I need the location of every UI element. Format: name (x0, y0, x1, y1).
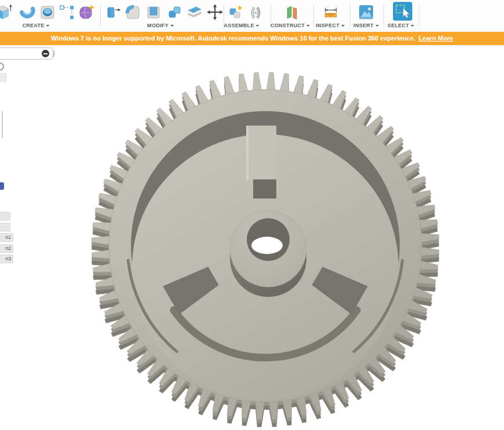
tree-item-fragment (0, 73, 6, 82)
toolbar-group-modify[interactable]: MODIFY (147, 23, 174, 28)
construct-plane-icon[interactable] (283, 3, 301, 21)
joint-icon[interactable] (247, 3, 264, 21)
offset-face-icon[interactable] (186, 3, 203, 21)
group-label: INSPECT (316, 23, 339, 28)
toolbar-group-create[interactable]: CREATE (22, 23, 49, 28)
toolbar-separator (100, 4, 101, 27)
group-label: CONSTRUCT (271, 23, 305, 28)
measure-icon[interactable] (322, 3, 339, 21)
extrude-icon[interactable] (0, 3, 12, 21)
collapse-icon[interactable] (42, 50, 49, 57)
toolbar-group-insert[interactable]: INSERT (353, 23, 379, 28)
model-viewport[interactable] (0, 0, 504, 430)
browser-search-box[interactable] (0, 47, 55, 60)
toolbar: CREATE MODIFY ASSEMBLE CONSTRUCT INSPECT… (0, 0, 504, 32)
chevron-down-icon (411, 25, 414, 27)
chevron-down-icon (170, 25, 174, 27)
browser-row-fragment[interactable]: n1 (0, 233, 13, 242)
hole-icon[interactable] (39, 3, 56, 21)
chevron-down-icon (375, 25, 379, 27)
tree-item-fragment (0, 182, 4, 190)
gear-bore-floor (251, 237, 283, 254)
banner-message: Windows 7 is no longer supported by Micr… (51, 35, 415, 42)
sketch-rectangle-icon[interactable] (58, 3, 75, 21)
toolbar-group-assemble[interactable]: ASSEMBLE (224, 23, 259, 28)
toolbar-group-inspect[interactable]: INSPECT (316, 23, 345, 28)
group-label: ASSEMBLE (224, 23, 254, 28)
revolve-icon[interactable] (19, 3, 36, 21)
browser-row-fragment[interactable] (0, 223, 10, 231)
toolbar-group-select[interactable]: SELECT (388, 23, 414, 28)
panel-resize-handle[interactable] (50, 50, 54, 57)
group-label: SELECT (388, 23, 409, 28)
gear-model[interactable] (92, 72, 439, 427)
browser-row-fragment[interactable] (0, 212, 10, 220)
chevron-down-icon (341, 25, 345, 27)
toolbar-separator (419, 4, 419, 27)
toolbar-separator (313, 4, 314, 27)
browser-row-fragment[interactable]: n2 (0, 244, 13, 253)
warning-banner: Windows 7 is no longer supported by Micr… (0, 32, 504, 45)
gear-key-pocket (253, 179, 276, 199)
group-label: CREATE (22, 23, 44, 28)
press-pull-icon[interactable] (104, 3, 122, 21)
browser-row-fragment[interactable]: n3 (0, 255, 13, 263)
fillet-icon[interactable] (124, 3, 141, 21)
combine-icon[interactable] (166, 3, 184, 21)
group-label: INSERT (353, 23, 374, 28)
toolbar-group-construct[interactable]: CONSTRUCT (271, 23, 310, 28)
gear-key-tab (246, 126, 276, 180)
tree-guide-line (2, 111, 3, 138)
move-icon[interactable] (206, 3, 224, 21)
new-component-icon[interactable] (227, 3, 244, 21)
fusion360-window: { "toolbar": { "groups": [ {"label": "CR… (0, 0, 504, 430)
group-label: MODIFY (147, 23, 169, 28)
toolbar-separator (350, 4, 350, 27)
select-icon[interactable] (393, 2, 412, 21)
chevron-down-icon (256, 25, 260, 27)
chevron-down-icon (46, 25, 50, 27)
shell-icon[interactable] (145, 3, 162, 21)
insert-canvas-icon[interactable] (357, 3, 375, 21)
form-icon[interactable] (78, 3, 95, 21)
toolbar-separator (384, 4, 384, 27)
chevron-down-icon (306, 25, 310, 27)
learn-more-link[interactable]: Learn More (419, 35, 453, 42)
gear-key-tab-edge (246, 126, 249, 180)
